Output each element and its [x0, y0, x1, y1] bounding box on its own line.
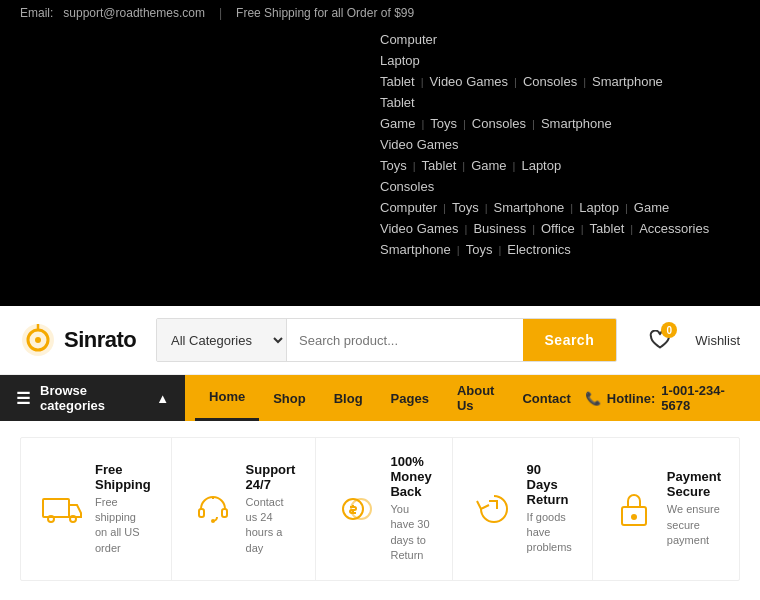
nav-link[interactable]: Computer — [380, 200, 437, 215]
separator: | — [421, 118, 424, 130]
nav-link[interactable]: Laptop — [380, 53, 420, 68]
features-bar: Free ShippingFree shipping on all US ord… — [20, 437, 740, 581]
shipping-text: Free Shipping for all Order of $99 — [236, 6, 414, 20]
nav-item-blog[interactable]: Blog — [320, 375, 377, 421]
nav-link[interactable]: Laptop — [579, 200, 619, 215]
feature-item: Support 24/7Contact us 24 hours a day — [172, 438, 317, 580]
black-nav-area: ComputerLaptopTablet|Video Games|Console… — [0, 26, 760, 306]
nav-link[interactable]: Electronics — [507, 242, 571, 257]
nav-link[interactable]: Toys — [466, 242, 493, 257]
feature-title: 90 Days Return — [527, 462, 572, 507]
nav-link[interactable]: Laptop — [521, 158, 561, 173]
return-icon — [473, 488, 515, 530]
nav-link[interactable]: Game — [380, 116, 415, 131]
separator: | — [630, 223, 633, 235]
svg-point-2 — [35, 337, 41, 343]
feature-title: Support 24/7 — [246, 462, 296, 492]
nav-row: Laptop — [380, 53, 740, 68]
separator: | — [443, 202, 446, 214]
nav-link[interactable]: Smartphone — [592, 74, 663, 89]
nav-link[interactable]: Toys — [452, 200, 479, 215]
search-button[interactable]: Search — [523, 319, 617, 361]
nav-link[interactable]: Tablet — [590, 221, 625, 236]
separator: | — [219, 6, 222, 20]
nav-link[interactable]: Computer — [380, 32, 437, 47]
nav-row: Tablet|Video Games|Consoles|Smartphone — [380, 74, 740, 89]
nav-link[interactable]: Toys — [430, 116, 457, 131]
browse-label: Browse categories — [40, 383, 146, 413]
nav-row: Smartphone|Toys|Electronics — [380, 242, 740, 257]
svg-rect-7 — [199, 509, 204, 517]
separator: | — [625, 202, 628, 214]
nav-item-contact[interactable]: Contact — [508, 375, 584, 421]
separator: | — [570, 202, 573, 214]
separator: | — [462, 160, 465, 172]
truck-icon — [41, 488, 83, 530]
nav-item-home[interactable]: Home — [195, 375, 259, 421]
svg-point-9 — [211, 519, 215, 523]
nav-link[interactable]: Tablet — [422, 158, 457, 173]
nav-link[interactable]: Consoles — [523, 74, 577, 89]
nav-link[interactable]: Game — [634, 200, 669, 215]
feature-item: 100% Money BackYou have 30 days to Retur… — [316, 438, 452, 580]
feature-text: 90 Days ReturnIf goods have problems — [527, 462, 572, 556]
nav-link[interactable]: Tablet — [380, 74, 415, 89]
nav-item-shop[interactable]: Shop — [259, 375, 320, 421]
category-dropdown[interactable]: All Categories — [157, 319, 287, 361]
wishlist-label: Wishlist — [695, 333, 740, 348]
nav-link[interactable]: Accessories — [639, 221, 709, 236]
separator: | — [465, 223, 468, 235]
nav-item-pages[interactable]: Pages — [377, 375, 443, 421]
separator: | — [532, 118, 535, 130]
nav-row: Game|Toys|Consoles|Smartphone — [380, 116, 740, 131]
logo[interactable]: Sinrato — [20, 322, 140, 358]
chevron-up-icon: ▲ — [156, 391, 169, 406]
feature-item: Free ShippingFree shipping on all US ord… — [21, 438, 172, 580]
feature-item: 90 Days ReturnIf goods have problems — [453, 438, 593, 580]
nav-link[interactable]: Smartphone — [380, 242, 451, 257]
nav-link[interactable]: Tablet — [380, 95, 415, 110]
feature-text: Payment SecureWe ensure secure payment — [667, 469, 721, 548]
nav-row: Tablet — [380, 95, 740, 110]
nav-row: Computer|Toys|Smartphone|Laptop|Game — [380, 200, 740, 215]
feature-desc: We ensure secure payment — [667, 502, 721, 548]
feature-desc: Contact us 24 hours a day — [246, 495, 296, 557]
headset-icon — [192, 488, 234, 530]
search-input[interactable] — [287, 319, 523, 361]
nav-link[interactable]: Video Games — [430, 74, 509, 89]
separator: | — [413, 160, 416, 172]
main-navigation: HomeShopBlogPagesAbout UsContact — [185, 375, 585, 421]
feature-title: Payment Secure — [667, 469, 721, 499]
nav-item-about-us[interactable]: About Us — [443, 375, 509, 421]
nav-link[interactable]: Video Games — [380, 221, 459, 236]
separator: | — [421, 76, 424, 88]
wishlist-badge: 0 — [661, 322, 677, 338]
nav-link[interactable]: Smartphone — [494, 200, 565, 215]
nav-row: Computer — [380, 32, 740, 47]
separator: | — [463, 118, 466, 130]
svg-rect-8 — [222, 509, 227, 517]
svg-point-14 — [631, 514, 637, 520]
separator: | — [532, 223, 535, 235]
nav-link[interactable]: Toys — [380, 158, 407, 173]
header-right: 0 Wishlist — [649, 330, 740, 350]
top-bar: Email: support@roadthemes.com | Free Shi… — [0, 0, 760, 26]
nav-link[interactable]: Smartphone — [541, 116, 612, 131]
header: Sinrato All Categories Search 0 Wishlist — [0, 306, 760, 375]
nav-row: Consoles — [380, 179, 740, 194]
feature-desc: You have 30 days to Return — [390, 502, 431, 564]
nav-link[interactable]: Video Games — [380, 137, 459, 152]
logo-icon — [20, 322, 56, 358]
logo-text: Sinrato — [64, 327, 136, 353]
nav-link[interactable]: Consoles — [472, 116, 526, 131]
nav-link[interactable]: Consoles — [380, 179, 434, 194]
separator: | — [514, 76, 517, 88]
nav-link[interactable]: Business — [473, 221, 526, 236]
wishlist-link[interactable]: 0 Wishlist — [649, 330, 740, 350]
email-value: support@roadthemes.com — [63, 6, 205, 20]
browse-categories-button[interactable]: ☰ Browse categories ▲ — [0, 375, 185, 421]
feature-text: Free ShippingFree shipping on all US ord… — [95, 462, 151, 557]
nav-link[interactable]: Office — [541, 221, 575, 236]
svg-point-5 — [48, 516, 54, 522]
nav-link[interactable]: Game — [471, 158, 506, 173]
